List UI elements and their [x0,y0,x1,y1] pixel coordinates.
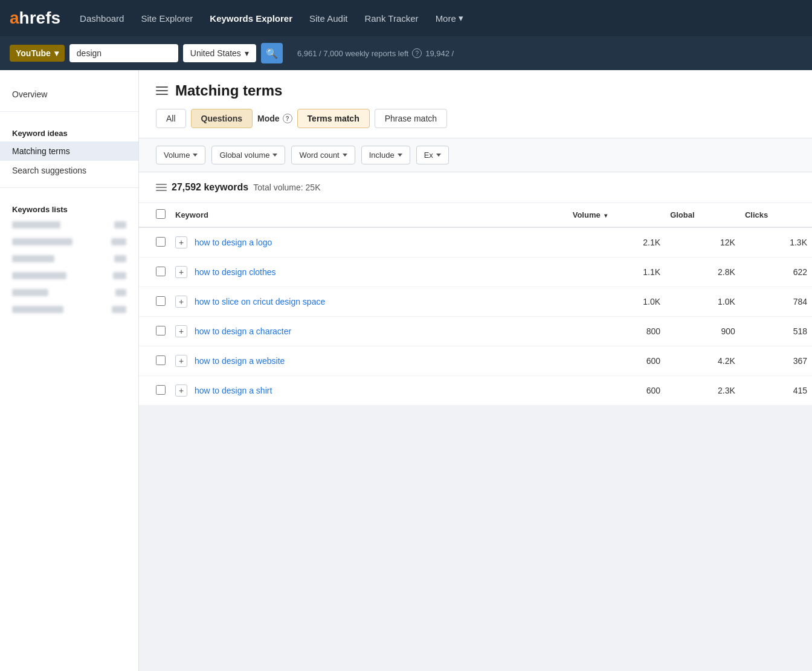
filter-bar: Volume Global volume Word count Include … [139,138,812,172]
row-checkbox[interactable] [156,355,166,365]
country-chevron-icon: ▾ [245,48,249,58]
logo: ahrefs [10,10,60,27]
global-volume-label: Global volume [219,151,269,160]
tab-phrase-match[interactable]: Phrase match [375,109,447,128]
tab-all[interactable]: All [156,109,186,128]
global-col-header: Global [665,203,740,227]
global-volume-filter[interactable]: Global volume [211,146,285,164]
tab-questions[interactable]: Questions [191,109,253,128]
keyword-link[interactable]: how to slice on cricut design space [195,297,325,306]
add-keyword-button[interactable]: + [175,325,187,337]
global-cell: 12K [665,227,740,258]
add-keyword-button[interactable]: + [175,355,187,367]
include-chevron-icon [398,154,402,157]
search-icon: 🔍 [266,48,278,59]
nav-rank-tracker[interactable]: Rank Tracker [357,8,425,28]
count-partial: 19,942 / [425,49,454,58]
nav-dashboard[interactable]: Dashboard [72,8,131,28]
volume-cell: 600 [568,346,665,376]
list-item [10,251,129,266]
volume-cell: 1.1K [568,258,665,287]
clicks-cell: 367 [740,346,812,376]
volume-col-label: Volume [573,210,601,219]
add-keyword-button[interactable]: + [175,384,187,397]
keywords-lists-title: Keywords lists [0,195,138,218]
platform-selector[interactable]: YouTube ▾ [10,45,65,62]
keyword-cell: + how to design a logo [170,227,568,258]
keyword-link[interactable]: how to design clothes [195,267,276,277]
platform-label: YouTube [16,48,51,58]
search-suggestions-label: Search suggestions [12,166,86,175]
keyword-col-header: Keyword [170,203,568,227]
page-title: Matching terms [175,82,282,99]
reports-text: 6,961 / 7,000 weekly reports left [297,49,408,58]
keyword-link[interactable]: how to design a shirt [195,386,272,395]
header-checkbox[interactable] [156,209,166,219]
sidebar-item-search-suggestions[interactable]: Search suggestions [0,161,138,180]
row-checkbox-cell [139,376,170,406]
hamburger-icon[interactable] [156,86,168,95]
nav-keywords-explorer[interactable]: Keywords Explorer [202,8,300,28]
nav-site-explorer[interactable]: Site Explorer [134,8,200,28]
keyword-link[interactable]: how to design a character [195,326,291,336]
add-keyword-button[interactable]: + [175,236,187,248]
nav-site-audit[interactable]: Site Audit [302,8,355,28]
reports-help-icon[interactable]: ? [412,48,422,58]
include-label: Include [369,151,395,160]
top-nav: ahrefs Dashboard Site Explorer Keywords … [0,0,812,36]
row-checkbox[interactable] [156,296,166,306]
sidebar-item-matching-terms[interactable]: Matching terms [0,141,138,161]
app-layout: Overview Keyword ideas Matching terms Se… [0,70,812,671]
drag-icon[interactable] [156,184,167,191]
table-row: + how to design a website 600 4.2K 367 [139,346,812,376]
add-keyword-button[interactable]: + [175,296,187,308]
drag-line-2 [156,187,167,188]
volume-col-header[interactable]: Volume ▾ [568,203,665,227]
nav-more-label: More [436,13,456,24]
main-content: Matching terms All Questions Mode ? Term… [139,70,812,671]
keyword-link[interactable]: how to design a website [195,356,285,366]
word-count-label: Word count [299,151,339,160]
keyword-cell: + how to slice on cricut design space [170,287,568,317]
word-count-filter[interactable]: Word count [291,146,355,164]
nav-more[interactable]: More ▾ [428,8,471,28]
volume-filter[interactable]: Volume [156,146,205,164]
tab-terms-match[interactable]: Terms match [297,109,370,128]
keyword-cell: + how to design a shirt [170,376,568,406]
keyword-cell: + how to design a character [170,317,568,346]
exclude-filter[interactable]: Ex [416,146,449,164]
drag-line-1 [156,184,167,185]
row-checkbox[interactable] [156,237,166,247]
keywords-table: Keyword Volume ▾ Global Clicks + how t [139,203,812,406]
global-cell: 4.2K [665,346,740,376]
mode-text: Mode [257,114,280,123]
search-input[interactable] [69,44,178,62]
search-button[interactable]: 🔍 [261,43,283,63]
global-cell: 2.8K [665,258,740,287]
volume-cell: 800 [568,317,665,346]
add-keyword-button[interactable]: + [175,266,187,278]
volume-cell: 1.0K [568,287,665,317]
row-checkbox[interactable] [156,267,166,276]
country-selector[interactable]: United States ▾ [183,44,256,62]
table-row: + how to design a logo 2.1K 12K 1.3K [139,227,812,258]
sidebar: Overview Keyword ideas Matching terms Se… [0,70,139,671]
summary-volume: Total volume: 25K [253,183,320,192]
sidebar-divider-2 [0,187,138,188]
clicks-cell: 518 [740,317,812,346]
row-checkbox-cell [139,227,170,258]
row-checkbox[interactable] [156,326,166,336]
table-header-row: Keyword Volume ▾ Global Clicks [139,203,812,227]
list-item [10,218,129,232]
word-count-chevron-icon [343,154,347,157]
page-title-row: Matching terms [156,82,795,99]
include-filter[interactable]: Include [361,146,410,164]
hamburger-line-2 [156,90,168,91]
global-cell: 900 [665,317,740,346]
keyword-link[interactable]: how to design a logo [195,238,272,247]
summary-keywords: 27,592 keywords [172,182,248,193]
logo-hrefs: hrefs [19,10,60,27]
mode-help-icon[interactable]: ? [283,114,292,123]
sidebar-item-overview[interactable]: Overview [0,85,138,104]
row-checkbox[interactable] [156,385,166,395]
